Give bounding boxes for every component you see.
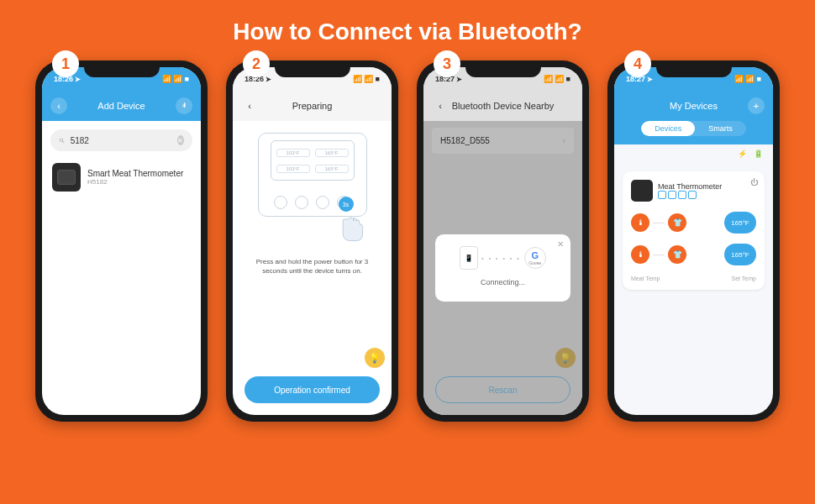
- screen: 18:26➤ 📶 📶 ■ ‹ Add Device ✕ Smart Meat T…: [42, 67, 201, 415]
- location-icon: ➤: [456, 76, 462, 83]
- phone-frame: 18:26➤ 📶 📶 ■ ‹ Preparing 103°F165°F 103°…: [226, 60, 398, 422]
- content-area: H5182_D555 › 💡 Rescan ✕ 📱 • • • • • • G …: [423, 121, 582, 415]
- connecting-overlay: ✕ 📱 • • • • • • G Govee Connecting...: [423, 121, 582, 415]
- meat-icon: 👕: [668, 245, 686, 264]
- device-thumb: [631, 180, 653, 202]
- probe-icon: 🌡: [631, 213, 649, 232]
- phone-frame: 18:27➤ 📶 📶 ■ My Devices + Devices Smarts…: [607, 60, 780, 422]
- content-area: ⚡ 🔋 Meat Thermometer ⏻ 🌡: [614, 144, 773, 413]
- status-icons: 📶 📶 ■: [734, 75, 761, 83]
- close-icon[interactable]: ✕: [557, 239, 564, 249]
- instruction-text: Press and hold the power button for 3 se…: [233, 257, 392, 276]
- screen-header: My Devices +: [614, 91, 773, 121]
- meat-icon: 👕: [668, 213, 686, 232]
- notch: [84, 60, 160, 77]
- step-2: 2 18:26➤ 📶 📶 ■ ‹ Preparing 103°F165°F 10…: [226, 60, 398, 422]
- screen-header: ‹ Bluetooth Device Nearby: [423, 91, 582, 121]
- add-button[interactable]: +: [748, 97, 765, 114]
- screen: 18:26➤ 📶 📶 ■ ‹ Preparing 103°F165°F 103°…: [233, 67, 392, 415]
- status-icons: 📶 📶 ■: [544, 75, 570, 83]
- step-badge: 3: [434, 50, 460, 77]
- step-badge: 4: [624, 50, 651, 77]
- power-icon[interactable]: ⏻: [750, 178, 758, 186]
- label-meat-temp: Meat Temp: [631, 276, 660, 281]
- battery-icon: 🔋: [754, 150, 763, 158]
- header-title: My Devices: [670, 101, 718, 111]
- notch: [656, 60, 732, 77]
- set-temp-1[interactable]: 165°F: [724, 212, 756, 234]
- notch: [465, 60, 541, 77]
- device-card[interactable]: Meat Thermometer ⏻ 🌡 👕 165°F: [623, 171, 765, 290]
- connecting-modal: ✕ 📱 • • • • • • G Govee Connecting...: [435, 234, 570, 302]
- probe-indicators: [658, 191, 722, 199]
- device-diagram: 103°F165°F 103°F165°F 3s: [258, 133, 367, 234]
- phone-icon: 📱: [460, 246, 478, 270]
- confirm-button[interactable]: Operation confirmed: [244, 376, 380, 403]
- search-icon: [59, 136, 66, 145]
- step-1: 1 18:26➤ 📶 📶 ■ ‹ Add Device ✕: [35, 60, 208, 422]
- tabs: Devices Smarts: [614, 121, 773, 144]
- phones-row: 1 18:26➤ 📶 📶 ■ ‹ Add Device ✕: [0, 60, 815, 422]
- search-input[interactable]: [71, 136, 177, 145]
- phone-frame: 18:27➤ 📶 📶 ■ ‹ Bluetooth Device Nearby H…: [417, 60, 589, 422]
- status-icons: 📶 📶 ■: [353, 75, 380, 83]
- finger-icon: [335, 215, 369, 245]
- card-title: Meat Thermometer: [658, 182, 722, 191]
- brand-icon: G Govee: [524, 247, 546, 269]
- tab-smarts[interactable]: Smarts: [695, 121, 746, 136]
- set-temp-2[interactable]: 165°F: [724, 244, 756, 265]
- status-icons: 📶 📶 ■: [162, 75, 189, 83]
- tab-devices[interactable]: Devices: [641, 121, 695, 136]
- device-model: H5182: [87, 178, 191, 186]
- page-title: How to Connect via Bluetooth?: [0, 0, 815, 60]
- hold-duration-badge: 3s: [339, 197, 354, 212]
- screen: 18:27➤ 📶 📶 ■ My Devices + Devices Smarts…: [614, 67, 773, 415]
- content-area: 103°F165°F 103°F165°F 3s Press and hold …: [233, 121, 392, 415]
- back-button[interactable]: ‹: [50, 97, 67, 114]
- bluetooth-icon: ⚡: [738, 150, 747, 158]
- device-name: Smart Meat Thermometer: [87, 169, 191, 178]
- back-button[interactable]: ‹: [241, 97, 258, 114]
- step-badge: 1: [52, 50, 79, 77]
- back-button[interactable]: ‹: [432, 97, 449, 114]
- location-icon: ➤: [647, 76, 653, 83]
- probe-row-1: 🌡 👕 165°F: [631, 212, 756, 234]
- phone-frame: 18:26➤ 📶 📶 ■ ‹ Add Device ✕ Smart Meat T…: [35, 60, 208, 422]
- screen-header: ‹ Preparing: [233, 91, 392, 121]
- screen-header: ‹ Add Device: [42, 91, 201, 121]
- header-title: Preparing: [292, 101, 333, 111]
- header-title: Bluetooth Device Nearby: [452, 101, 555, 111]
- label-set-temp: Set Temp: [732, 276, 756, 281]
- search-box[interactable]: ✕: [50, 129, 192, 151]
- location-icon: ➤: [266, 76, 271, 83]
- device-result[interactable]: Smart Meat Thermometer H5182: [42, 156, 201, 198]
- device-thumb: [52, 163, 81, 192]
- dots-icon: • • • • • •: [481, 255, 520, 261]
- header-title: Add Device: [97, 101, 145, 111]
- screen: 18:27➤ 📶 📶 ■ ‹ Bluetooth Device Nearby H…: [423, 67, 582, 415]
- probe-icon: 🌡: [631, 245, 649, 264]
- location-icon: ➤: [75, 76, 81, 83]
- clear-icon[interactable]: ✕: [177, 135, 184, 145]
- step-badge: 2: [243, 50, 270, 77]
- help-fab[interactable]: 💡: [365, 348, 385, 368]
- bluetooth-icon[interactable]: [176, 97, 192, 114]
- connecting-status: Connecting...: [444, 278, 562, 286]
- step-4: 4 18:27➤ 📶 📶 ■ My Devices + Devices Smar…: [607, 60, 780, 422]
- notch: [275, 60, 350, 77]
- probe-row-2: 🌡 👕 165°F: [631, 244, 756, 265]
- step-3: 3 18:27➤ 📶 📶 ■ ‹ Bluetooth Device Nearby…: [417, 60, 589, 422]
- content-area: ✕ Smart Meat Thermometer H5182: [42, 121, 201, 415]
